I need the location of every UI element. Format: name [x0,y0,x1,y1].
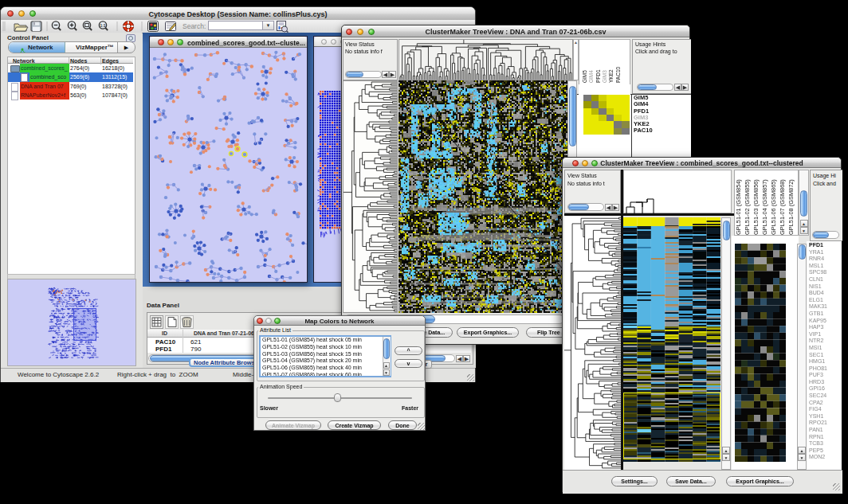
svg-text:1:1: 1:1 [100,23,105,28]
